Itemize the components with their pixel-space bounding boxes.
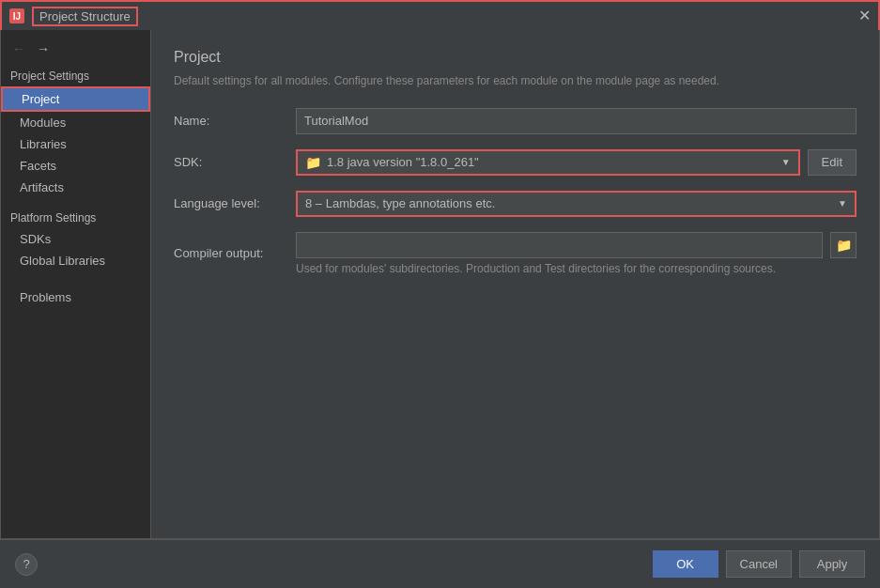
compiler-output-label: Compiler output: [174,246,296,260]
sidebar-other: Problems [1,286,150,308]
language-level-row: Language level: 8 – Lambdas, type annota… [174,191,857,217]
apply-button[interactable]: Apply [799,550,865,578]
ok-button[interactable]: OK [653,550,718,578]
language-level-field: 8 – Lambdas, type annotations etc. ▼ [296,191,857,217]
sidebar-item-artifacts[interactable]: Artifacts [1,177,150,198]
app-icon: IJ [9,8,24,23]
sdk-dropdown[interactable]: 📁 1.8 java version "1.8.0_261" ▼ [296,149,800,176]
sidebar-item-global-libraries[interactable]: Global Libraries [1,250,150,271]
nav-forward-arrow[interactable]: → [33,39,54,58]
language-level-label: Language level: [174,196,296,210]
cancel-button[interactable]: Cancel [726,550,792,578]
language-level-dropdown-text: 8 – Lambdas, type annotations etc. [305,196,838,210]
sidebar: ← → Project Settings Project Modules Lib… [1,30,151,538]
sdk-folder-icon: 📁 [305,155,321,170]
compiler-row-inner: 📁 [296,232,857,258]
bottom-left: ? [15,553,38,576]
help-button[interactable]: ? [15,553,38,576]
sdk-label: SDK: [174,155,296,169]
sidebar-nav: ← → [1,38,150,60]
compiler-output-input[interactable] [296,232,823,258]
name-field [296,108,857,134]
title-bar-left: IJ Project Structure [9,7,138,26]
edit-sdk-button[interactable]: Edit [808,149,857,176]
sidebar-item-project[interactable]: Project [1,86,150,112]
window-title: Project Structure [32,7,138,26]
sdk-field: 📁 1.8 java version "1.8.0_261" ▼ Edit [296,149,857,176]
bottom-bar: ? OK Cancel Apply [0,539,880,588]
page-title: Project [174,49,857,66]
sdk-dropdown-arrow-icon: ▼ [781,157,791,167]
name-label: Name: [174,114,296,128]
sidebar-item-modules[interactable]: Modules [1,112,150,133]
sidebar-item-problems[interactable]: Problems [1,286,150,308]
compiler-hint: Used for modules' subdirectories. Produc… [296,262,857,275]
sdk-row: SDK: 📁 1.8 java version "1.8.0_261" ▼ Ed… [174,149,857,176]
bottom-right: OK Cancel Apply [653,550,865,578]
nav-back-arrow[interactable]: ← [8,39,29,58]
project-settings-label: Project Settings [1,64,150,86]
sidebar-item-libraries[interactable]: Libraries [1,133,150,155]
language-level-arrow-icon: ▼ [838,198,847,209]
compiler-output-field: 📁 Used for modules' subdirectories. Prod… [296,232,857,275]
name-row: Name: [174,108,857,134]
compiler-folder-button[interactable]: 📁 [830,232,857,258]
sidebar-item-facets[interactable]: Facets [1,155,150,177]
platform-settings-label: Platform Settings [1,206,150,228]
title-bar: IJ Project Structure ✕ [0,0,880,30]
sidebar-item-sdks[interactable]: SDKs [1,228,150,250]
sdk-dropdown-text: 1.8 java version "1.8.0_261" [327,155,781,169]
content-area: Project Default settings for all modules… [151,30,879,538]
compiler-output-row: Compiler output: 📁 Used for modules' sub… [174,232,857,275]
close-icon[interactable]: ✕ [858,8,871,23]
sdk-row-inner: 📁 1.8 java version "1.8.0_261" ▼ Edit [296,149,857,176]
folder-icon: 📁 [836,238,852,253]
main-container: ← → Project Settings Project Modules Lib… [0,30,880,539]
name-input[interactable] [296,108,857,134]
content-description: Default settings for all modules. Config… [174,73,857,89]
language-level-dropdown[interactable]: 8 – Lambdas, type annotations etc. ▼ [296,191,857,217]
